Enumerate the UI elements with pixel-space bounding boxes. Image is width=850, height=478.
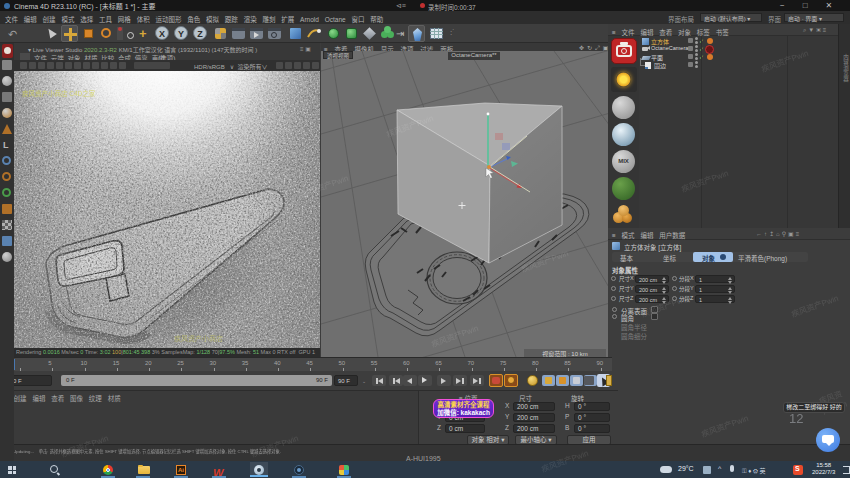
svg-text:疾风资产小商店 C4D之家: 疾风资产小商店 C4D之家 (22, 89, 96, 98)
svg-text:疾风资产小商店: 疾风资产小商店 (174, 334, 223, 343)
